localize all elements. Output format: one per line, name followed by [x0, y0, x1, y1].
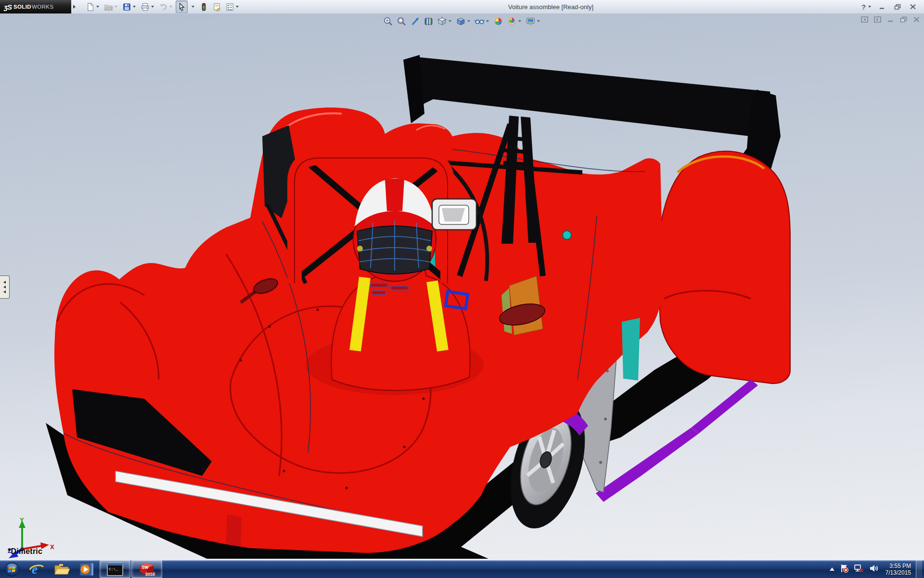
- ie-e-glyph: e: [32, 562, 38, 577]
- collapse-arrow-icon: [3, 290, 6, 293]
- select-cursor-icon: [177, 2, 186, 12]
- sw-year: 2015: [145, 572, 155, 577]
- clock-date: 7/13/2015: [886, 569, 911, 576]
- featuremanager-flyout-tab[interactable]: [0, 276, 10, 299]
- heads-up-view-toolbar: [382, 15, 542, 27]
- expand-pane-button[interactable]: [873, 15, 882, 24]
- system-tray: 3:55 PM 7/13/2015: [830, 560, 924, 578]
- main-toolbar: [76, 0, 241, 13]
- hide-show-items-button[interactable]: [474, 15, 491, 27]
- solidworks-2015-icon: SW 2015: [138, 562, 155, 577]
- open-folder-icon: [104, 2, 113, 12]
- taskbar-internet-explorer[interactable]: e: [24, 561, 49, 578]
- save-button[interactable]: [121, 0, 138, 13]
- taskbar-clock[interactable]: 3:55 PM 7/13/2015: [886, 563, 911, 576]
- apply-scene-button[interactable]: [506, 15, 523, 27]
- minimize-icon: [879, 4, 886, 10]
- print-icon: [141, 2, 150, 12]
- zoom-to-area-button[interactable]: [396, 15, 408, 27]
- help-glyph: ?: [861, 3, 866, 11]
- view-settings-button[interactable]: [525, 15, 542, 27]
- restore-button[interactable]: [891, 2, 904, 11]
- undo-icon: [159, 2, 168, 12]
- window-controls: ?: [860, 2, 924, 11]
- volume-button[interactable]: [869, 564, 879, 575]
- media-player-icon: [78, 562, 95, 577]
- minimize-document-button[interactable]: [886, 15, 895, 24]
- folder-icon: [53, 562, 70, 577]
- apply-scene-icon: [507, 16, 517, 26]
- close-document-button[interactable]: [911, 15, 921, 24]
- triad-x-label: X: [50, 543, 54, 551]
- action-center-flag-icon: [839, 564, 849, 573]
- internet-explorer-icon: e: [28, 562, 45, 577]
- windows-taskbar: e C:\_: [0, 560, 924, 578]
- zoom-to-fit-icon: [383, 16, 393, 26]
- taskbar-windows-explorer[interactable]: [49, 561, 74, 578]
- select-button[interactable]: [176, 0, 188, 13]
- undo-button[interactable]: [157, 0, 175, 13]
- hide-show-items-icon: [475, 16, 485, 26]
- car-3d-model[interactable]: [0, 13, 924, 560]
- zoom-to-area-icon: [397, 16, 407, 26]
- previous-view-button[interactable]: [409, 15, 421, 27]
- speaker-icon: [869, 564, 879, 573]
- display-style-button[interactable]: [455, 15, 472, 27]
- restore-document-icon: [900, 16, 907, 23]
- options-button[interactable]: [224, 0, 241, 13]
- view-orientation-label: *Dimetric: [8, 547, 42, 556]
- collapse-pane-button[interactable]: [860, 15, 869, 24]
- view-orientation-button[interactable]: [436, 15, 453, 27]
- view-orientation-icon: [437, 16, 447, 26]
- taskbar-solidworks[interactable]: SW 2015: [131, 560, 162, 578]
- show-hidden-icons-button[interactable]: [830, 567, 834, 571]
- network-disconnected-icon: [854, 564, 864, 573]
- collapse-arrow-icon: [3, 286, 6, 289]
- command-prompt-icon: C:\_: [106, 562, 124, 577]
- edit-appearance-button[interactable]: [492, 15, 504, 27]
- triad-y-label: Y: [20, 516, 24, 524]
- window-title: Voiture assomblee [Read-only]: [241, 3, 860, 11]
- clock-time: 3:55 PM: [886, 563, 911, 569]
- brand-name-bold: SOLID: [13, 4, 31, 10]
- collapse-arrow-icon: [3, 281, 6, 284]
- start-button[interactable]: [0, 561, 24, 578]
- expand-pane-icon: [874, 16, 881, 23]
- restore-document-button[interactable]: [898, 15, 908, 24]
- close-button[interactable]: [907, 2, 919, 11]
- file-properties-button[interactable]: [211, 0, 223, 13]
- zoom-to-fit-button[interactable]: [382, 15, 394, 27]
- file-properties-icon: [212, 2, 221, 12]
- rebuild-button[interactable]: [198, 0, 210, 13]
- close-document-icon: [913, 16, 920, 23]
- taskbar-command-prompt[interactable]: C:\_: [100, 560, 130, 578]
- new-document-icon: [86, 2, 95, 12]
- title-bar: ʒS SOLIDWORKS: [0, 0, 924, 14]
- network-status-button[interactable]: [854, 564, 864, 575]
- help-button[interactable]: ?: [860, 2, 873, 11]
- taskbar-media-player[interactable]: [74, 561, 99, 578]
- rebuild-traffic-light-icon: [199, 2, 208, 12]
- select-dropdown[interactable]: [189, 0, 197, 13]
- display-style-icon: [456, 16, 466, 26]
- options-checklist-icon: [225, 2, 234, 12]
- show-desktop-button[interactable]: [916, 560, 922, 578]
- close-icon: [910, 4, 916, 10]
- section-view-icon: [424, 16, 434, 26]
- solidworks-menu-button[interactable]: ʒS SOLIDWORKS: [0, 0, 71, 13]
- collapse-pane-icon: [861, 16, 868, 23]
- open-button[interactable]: [103, 0, 120, 13]
- section-view-button[interactable]: [423, 15, 435, 27]
- restore-icon: [894, 4, 901, 10]
- view-settings-icon: [526, 16, 536, 26]
- previous-view-icon: [410, 16, 420, 26]
- action-center-button[interactable]: [839, 564, 849, 575]
- document-window-controls: [860, 15, 921, 24]
- print-button[interactable]: [139, 0, 156, 13]
- brand-name-light: WORKS: [32, 4, 53, 10]
- edit-appearance-icon: [493, 16, 503, 26]
- minimize-button[interactable]: [876, 2, 888, 11]
- windows-start-icon: [4, 562, 20, 577]
- graphics-area[interactable]: Y X Z *Dimetric: [0, 13, 924, 560]
- new-document-button[interactable]: [84, 0, 102, 13]
